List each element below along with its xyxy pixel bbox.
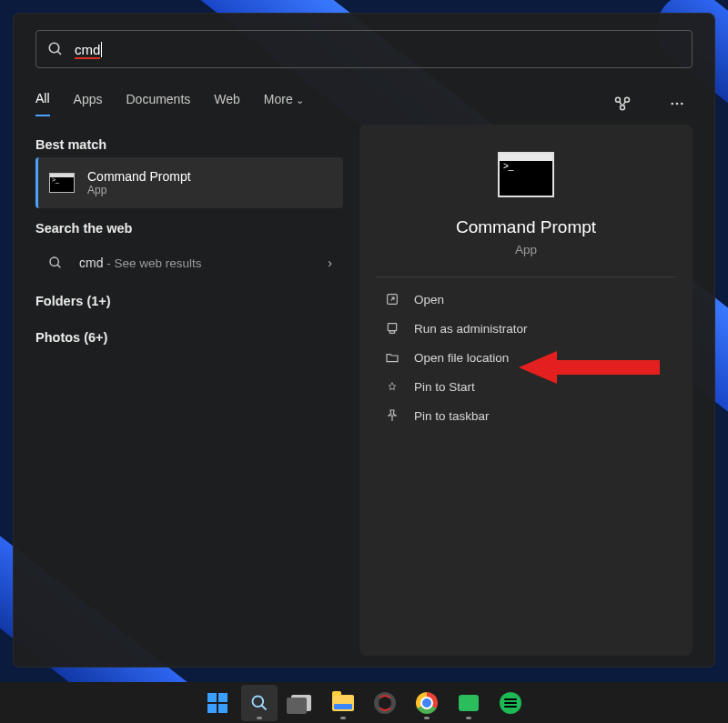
shield-icon [385,321,399,336]
action-pin-to-taskbar[interactable]: Pin to taskbar [376,401,676,430]
search-icon [47,41,64,57]
action-open-file-location[interactable]: Open file location [376,343,676,372]
search-input[interactable]: cmd [35,30,693,68]
svg-point-7 [681,103,683,105]
chat-app-button[interactable] [450,685,487,721]
task-view-button[interactable] [283,685,319,721]
result-subtitle: App [87,184,191,196]
taskbar-search-button[interactable] [241,685,278,721]
tab-more[interactable]: More⌄ [264,92,304,115]
tab-documents[interactable]: Documents [126,92,190,115]
action-pin-to-start[interactable]: Pin to Start [376,372,676,401]
result-command-prompt[interactable]: Command Prompt App [35,157,343,208]
open-icon [385,292,399,306]
pin-icon [385,408,399,423]
search-web-heading: Search the web [35,221,343,236]
tab-apps[interactable]: Apps [74,92,103,115]
file-explorer-button[interactable] [325,685,361,721]
more-options-icon[interactable] [662,88,693,119]
opera-button[interactable] [367,685,403,721]
command-prompt-icon [49,173,75,193]
windows-logo-icon [207,693,228,713]
result-detail-panel: Command Prompt App Open Run as administr… [359,125,693,656]
folder-icon [332,695,354,711]
web-result-row[interactable]: cmd - See web results › [35,241,343,285]
action-label: Open [414,293,444,306]
start-search-panel: cmd All Apps Documents Web More⌄ Best ma… [13,13,715,668]
web-result-label: cmd - See web results [79,256,202,270]
taskbar [0,682,728,723]
action-label: Run as administrator [414,322,528,336]
spotify-button[interactable] [492,685,529,721]
chrome-button[interactable] [409,685,445,721]
folders-heading[interactable]: Folders (1+) [35,294,343,308]
svg-point-15 [253,696,264,707]
search-value: cmd [75,42,102,57]
best-match-heading: Best match [35,137,343,152]
share-icon[interactable] [607,88,638,119]
result-title: Command Prompt [87,169,191,185]
opera-icon [374,692,396,714]
svg-point-0 [49,43,59,53]
tab-web[interactable]: Web [214,92,240,115]
pin-icon [385,379,399,394]
svg-rect-12 [389,331,394,334]
svg-line-1 [57,51,61,55]
search-icon [250,694,268,712]
detail-title: Command Prompt [376,217,676,237]
svg-point-4 [621,105,625,110]
action-run-as-administrator[interactable]: Run as administrator [376,314,676,343]
action-label: Pin to Start [414,380,475,394]
photos-heading[interactable]: Photos (6+) [35,330,343,345]
svg-line-9 [57,265,60,267]
svg-point-8 [50,257,58,266]
action-label: Open file location [414,351,509,365]
detail-subtitle: App [376,243,676,256]
action-open[interactable]: Open [376,285,676,314]
svg-line-16 [262,705,267,709]
search-icon [48,256,63,270]
svg-point-6 [676,103,679,105]
svg-rect-11 [388,324,396,331]
command-prompt-icon [498,152,554,197]
filter-tabs: All Apps Documents Web More⌄ [35,88,693,119]
folder-icon [385,350,399,365]
svg-point-5 [671,103,673,105]
chevron-right-icon: › [328,256,332,270]
chrome-icon [416,692,438,714]
spotify-icon [500,692,521,714]
divider [376,276,676,277]
tab-all[interactable]: All [35,91,50,116]
action-label: Pin to taskbar [414,409,490,423]
task-view-icon [291,695,311,711]
start-button[interactable] [199,685,236,721]
chat-icon [459,695,479,711]
